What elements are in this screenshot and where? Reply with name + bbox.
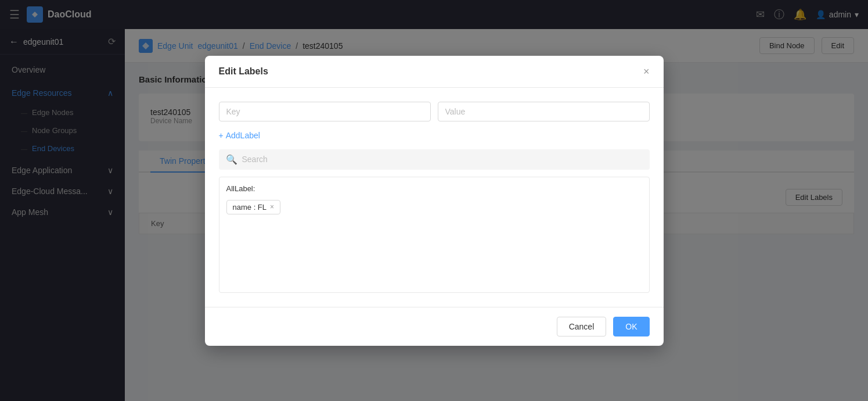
add-label-plus-icon: + <box>219 131 224 140</box>
add-label-text: AddLabel <box>226 131 260 140</box>
dialog-footer: Cancel OK <box>205 307 664 346</box>
edit-labels-dialog: Edit Labels × + AddLabel 🔍 AllLabel: <box>205 56 664 346</box>
all-label-section: AllLabel: name : FL × <box>219 177 650 293</box>
all-label-title: AllLabel: <box>226 184 642 193</box>
search-input[interactable] <box>242 155 643 164</box>
label-tags: name : FL × <box>226 200 642 214</box>
add-label-button[interactable]: + AddLabel <box>219 131 650 140</box>
dialog-body: + AddLabel 🔍 AllLabel: name : FL × <box>205 88 664 307</box>
search-icon: 🔍 <box>226 154 237 165</box>
search-box: 🔍 <box>219 149 650 170</box>
key-input[interactable] <box>219 102 431 121</box>
label-tag: name : FL × <box>226 200 281 214</box>
modal-overlay: Edit Labels × + AddLabel 🔍 AllLabel: <box>0 0 868 401</box>
dialog-header: Edit Labels × <box>205 56 664 88</box>
dialog-title: Edit Labels <box>219 66 268 77</box>
kv-row <box>219 102 650 121</box>
cancel-button[interactable]: Cancel <box>557 317 607 336</box>
ok-button[interactable]: OK <box>613 317 649 336</box>
value-input[interactable] <box>438 102 650 121</box>
dialog-close-button[interactable]: × <box>643 66 650 77</box>
label-tag-text: name : FL <box>233 203 267 212</box>
label-tag-close-button[interactable]: × <box>270 203 274 211</box>
